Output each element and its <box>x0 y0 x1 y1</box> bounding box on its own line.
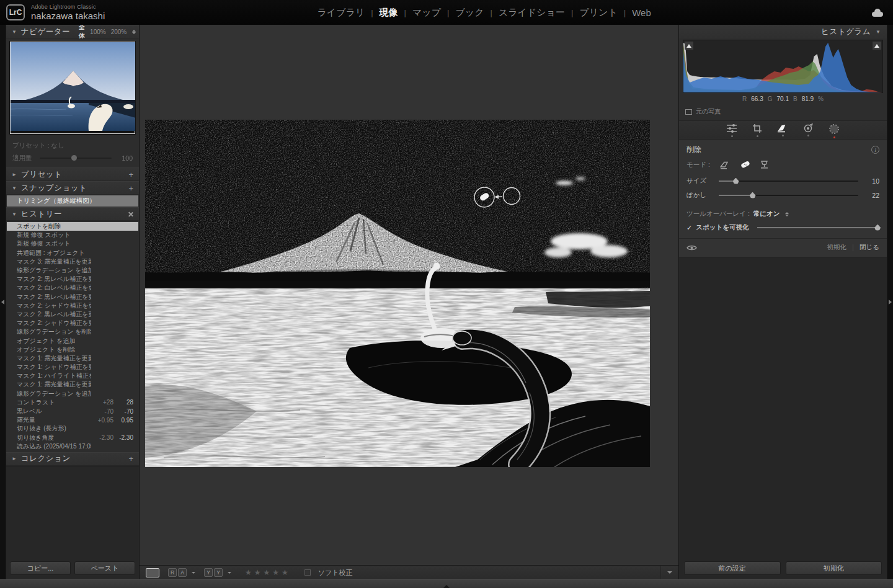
navigator-preview[interactable] <box>6 38 139 139</box>
tool-masking[interactable] <box>829 123 840 138</box>
copy-button[interactable]: コピー... <box>10 561 71 575</box>
module-tab[interactable]: 現像 <box>373 7 404 19</box>
visualize-spots-checkbox[interactable]: ✓ <box>686 224 692 232</box>
history-item[interactable]: マスク 1: 露光量補正を更新 <box>7 354 138 363</box>
histogram-title: ヒストグラム <box>821 27 871 37</box>
zoom-level-option[interactable]: 100% <box>90 29 106 35</box>
history-item[interactable]: 読み込み (2025/04/15 17:05:00) <box>7 442 138 451</box>
soft-proof-checkbox[interactable] <box>304 569 311 576</box>
history-item[interactable]: 線形グラデーション を削除 <box>7 327 138 336</box>
tool-basic-adjust[interactable] <box>726 123 737 137</box>
collections-section-header[interactable]: ► コレクション + <box>6 452 139 466</box>
history-item[interactable]: 切り抜き角度 -2.30 -2.30 <box>7 434 138 442</box>
visualize-threshold-slider[interactable] <box>757 227 879 228</box>
compare-mode-dropdown-icon[interactable] <box>228 572 231 574</box>
panel-switch-eye-icon[interactable] <box>686 244 697 251</box>
add-collection-button[interactable]: + <box>128 455 133 463</box>
image-canvas[interactable] <box>140 25 678 565</box>
loupe-view-icon[interactable] <box>146 568 159 577</box>
history-item[interactable]: オブジェクト を削除 <box>7 345 138 354</box>
reset-button[interactable]: 初期化 <box>786 561 882 575</box>
masking-icon <box>829 123 840 135</box>
clear-history-button[interactable] <box>128 212 133 217</box>
history-item[interactable]: 黒レベル -70 -70 <box>7 407 138 416</box>
compare-mode-button[interactable]: Y <box>214 568 223 577</box>
history-item[interactable]: マスク 1: ハイライト補正を更新 <box>7 372 138 380</box>
info-icon[interactable]: i <box>871 146 879 154</box>
history-item[interactable]: マスク 2: シャドウ補正を更新 <box>7 319 138 327</box>
history-item[interactable]: オブジェクト を追加 <box>7 336 138 345</box>
panel-close-button[interactable]: 閉じる <box>860 243 879 252</box>
history-item-label: 黒レベル <box>17 407 91 416</box>
history-item[interactable]: マスク 1: シャドウ補正を更新 <box>7 363 138 372</box>
history-item[interactable]: 共通範囲 : オブジェクト <box>7 249 138 257</box>
mode-eraser-icon[interactable] <box>720 161 731 169</box>
size-slider[interactable] <box>719 180 858 182</box>
visualize-threshold-thumb[interactable] <box>874 225 881 231</box>
toolbar-options-dropdown-icon[interactable] <box>667 571 672 574</box>
history-item[interactable]: 切り抜き (長方形) <box>7 424 138 433</box>
paste-button[interactable]: ペースト <box>74 561 135 575</box>
history-item[interactable]: マスク 2: 白レベル補正を更新 <box>7 283 138 292</box>
history-item[interactable]: マスク 2: 黒レベル補正を更新 <box>7 310 138 319</box>
tool-overlay-selector-icon[interactable] <box>785 212 789 216</box>
history-item[interactable]: スポットを削除 <box>7 222 138 231</box>
view-mode-button[interactable]: A <box>178 568 187 577</box>
histogram[interactable] <box>683 40 883 93</box>
amount-slider-thumb[interactable] <box>71 155 77 161</box>
zoom-level-option[interactable]: 200% <box>111 29 127 35</box>
cloud-sync-icon[interactable] <box>871 8 884 17</box>
snapshot-item[interactable]: トリミング（最終縦構図） <box>7 195 138 207</box>
add-snapshot-button[interactable]: + <box>128 184 133 192</box>
history-item[interactable]: マスク 2: 黒レベル補正を更新 <box>7 275 138 283</box>
r-value: 66.3 <box>751 96 763 102</box>
mode-heal-icon[interactable] <box>739 160 751 169</box>
history-item[interactable]: マスク 2: 黒レベル補正を更新 <box>7 293 138 301</box>
view-mode-dropdown-icon[interactable] <box>192 572 195 574</box>
history-item[interactable]: 線形グラデーション を追加 <box>7 266 138 275</box>
histogram-header[interactable]: ヒストグラム ▼ <box>679 25 887 38</box>
snapshots-section-header[interactable]: ▼ スナップショット + <box>6 181 139 195</box>
highlight-clipping-indicator[interactable] <box>873 42 881 50</box>
history-item[interactable]: 新規 修復 スポット <box>7 231 138 239</box>
history-item[interactable]: マスク 3: 露光量補正を更新 <box>7 257 138 266</box>
amount-slider[interactable] <box>40 158 112 159</box>
presets-section-header[interactable]: ► プリセット + <box>6 167 139 181</box>
history-item[interactable]: 線形グラデーション を追加 <box>7 390 138 398</box>
feather-slider-thumb[interactable] <box>750 192 756 198</box>
module-tab[interactable]: ライブラリ <box>311 7 371 19</box>
history-section-header[interactable]: ▼ ヒストリー <box>6 207 139 221</box>
right-panel-collapse-rail[interactable] <box>887 25 893 579</box>
history-item[interactable]: 新規 修復 スポット <box>7 239 138 248</box>
original-photo-row[interactable]: 元の写真 <box>679 104 887 121</box>
zoom-ratio-selector-icon[interactable] <box>132 30 136 34</box>
module-tab[interactable]: マップ <box>406 7 447 19</box>
star-rating[interactable]: ★★★★★ <box>245 568 291 577</box>
size-slider-thumb[interactable] <box>733 178 739 184</box>
history-item[interactable]: マスク 1: 露光量補正を更新 <box>7 380 138 389</box>
history-item[interactable]: コントラスト +28 28 <box>7 398 138 407</box>
add-preset-button[interactable]: + <box>128 171 133 179</box>
navigator-header[interactable]: ▼ ナビゲーター 全体100%200% <box>6 25 139 38</box>
compare-mode-button[interactable]: Y <box>204 568 213 577</box>
history-item[interactable]: 露光量 +0.95 0.95 <box>7 416 138 424</box>
module-tab[interactable]: プリント <box>573 7 623 19</box>
panel-reset-button[interactable]: 初期化 <box>827 243 847 252</box>
photo-edit-view[interactable] <box>145 120 650 467</box>
feather-slider[interactable] <box>719 195 858 196</box>
tool-red-eye[interactable] <box>803 123 814 136</box>
tool-remove[interactable] <box>777 123 788 136</box>
module-tab[interactable]: Web <box>626 7 657 18</box>
tool-crop[interactable] <box>752 123 762 137</box>
shadow-clipping-indicator[interactable] <box>685 42 693 50</box>
previous-settings-button[interactable]: 前の設定 <box>684 561 781 575</box>
left-panel-collapse-rail[interactable] <box>0 25 6 579</box>
mode-clone-icon[interactable] <box>760 160 769 169</box>
history-item-delta: +0.95 <box>91 417 113 424</box>
tool-overlay-value[interactable]: 常にオン <box>753 210 780 218</box>
view-mode-button[interactable]: R <box>168 568 177 577</box>
module-tab[interactable]: スライドショー <box>492 7 571 19</box>
history-item[interactable]: マスク 2: シャドウ補正を更新 <box>7 301 138 310</box>
filmstrip-collapse-bar[interactable] <box>0 579 893 588</box>
module-tab[interactable]: ブック <box>449 7 490 19</box>
